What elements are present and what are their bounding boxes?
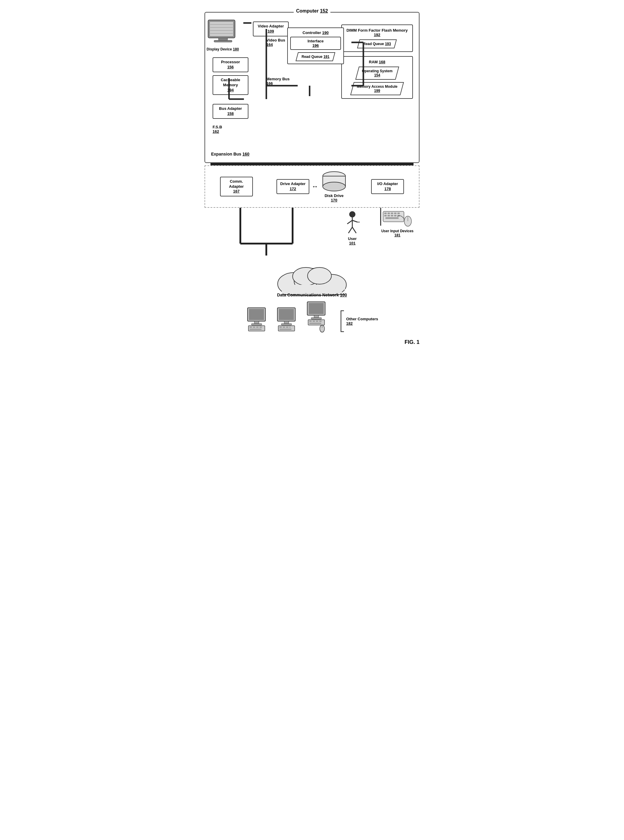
svg-rect-75 <box>286 327 289 328</box>
interface-box: Interface 196 <box>290 37 341 50</box>
other-computers-number: 182 <box>346 321 353 326</box>
cacheable-memory-number: 194 <box>227 88 234 92</box>
svg-rect-67 <box>250 329 261 330</box>
display-device: Display Device 180 <box>207 19 246 51</box>
below-adapters: User 101 <box>204 208 420 336</box>
svg-rect-62 <box>249 326 265 331</box>
svg-rect-1 <box>210 22 233 36</box>
svg-line-31 <box>347 220 352 224</box>
controller-number: 190 <box>322 31 329 35</box>
comm-adapter-label: Comm. Adapter <box>229 179 244 188</box>
user-input-label: User Input Devices <box>381 229 414 233</box>
svg-rect-63 <box>250 327 252 328</box>
svg-rect-80 <box>314 315 318 318</box>
user-input-number: 181 <box>394 233 400 237</box>
expansion-bus-number: 160 <box>242 151 249 156</box>
fig-title: FIG. 1 <box>405 339 420 345</box>
svg-rect-70 <box>284 321 289 324</box>
svg-rect-41 <box>397 213 400 214</box>
svg-point-29 <box>349 212 355 217</box>
dimm-number: 192 <box>374 32 380 37</box>
fsb-label: F.S.B 162 <box>213 125 263 134</box>
network-section: Data Communications Network 100 <box>210 264 414 297</box>
svg-rect-86 <box>319 321 321 322</box>
display-device-number: 180 <box>233 47 239 51</box>
network-label: Data Communications Network <box>277 293 339 297</box>
processor-number: 156 <box>227 65 234 69</box>
computer-icon-1 <box>246 306 270 333</box>
interface-number: 196 <box>312 43 319 48</box>
computer-number: 152 <box>320 8 328 14</box>
fig-label: FIG. 1 <box>204 339 420 345</box>
svg-rect-42 <box>384 215 387 216</box>
user-label: User <box>348 236 357 241</box>
read-queue-191-wrapper: Read Queue 191 <box>290 52 341 61</box>
svg-rect-45 <box>394 215 397 216</box>
other-computers-section: Other Computers 182 <box>210 300 414 333</box>
bidirectional-arrow: ↔ <box>312 183 318 190</box>
read-queue-193-wrapper: Read Queue 193 <box>345 39 409 48</box>
io-adapter-label: I/O Adapter <box>377 182 398 186</box>
disk-drive-icon <box>321 171 348 191</box>
computer-box: Computer 152 <box>204 12 420 163</box>
read-queue-191-box: Read Queue 191 <box>296 52 335 61</box>
processor-label: Processor <box>221 60 240 64</box>
expansion-bus-line <box>210 163 414 165</box>
svg-rect-37 <box>384 213 387 214</box>
svg-rect-76 <box>289 327 290 328</box>
svg-rect-47 <box>385 217 398 219</box>
interface-label: Interface <box>307 39 324 43</box>
svg-rect-82 <box>308 320 324 325</box>
keyboard-icon <box>383 211 412 227</box>
ram-box: RAM 168 Operating System 154 <box>341 56 413 99</box>
svg-line-34 <box>352 227 356 233</box>
io-adapter: I/O Adapter 178 <box>371 179 404 194</box>
adapters-row: Comm. Adapter 167 Drive Adapter 172 ↔ <box>204 165 420 208</box>
svg-rect-74 <box>283 327 285 328</box>
svg-rect-85 <box>316 321 318 322</box>
controller-area: Controller 190 Interface 196 <box>287 28 344 64</box>
drive-adapter-box: Drive Adapter 172 <box>276 179 309 194</box>
svg-rect-65 <box>256 327 259 328</box>
drive-adapter-disk-group: Drive Adapter 172 ↔ Disk Drive <box>276 171 348 202</box>
user-section: User 101 <box>345 211 360 246</box>
comm-adapter: Comm. Adapter 167 <box>220 177 253 197</box>
cacheable-memory-label: Cacheable Memory <box>221 77 240 87</box>
memory-bus-label: Memory Bus 166 <box>266 77 290 86</box>
svg-rect-40 <box>394 213 397 214</box>
processor-area: Processor 156 <box>213 57 263 72</box>
other-computers-label: Other Computers <box>346 317 378 321</box>
bracket-icon <box>338 309 344 333</box>
svg-rect-69 <box>279 309 294 320</box>
bus-adapter-number: 158 <box>227 111 234 116</box>
io-adapter-number: 178 <box>384 187 391 191</box>
computer-icon-3 <box>306 300 330 333</box>
svg-rect-71 <box>281 324 292 325</box>
read-queue-193-box: Read Queue 193 <box>357 39 397 48</box>
user-input-devices: User Input Devices 181 <box>381 211 414 237</box>
svg-rect-44 <box>391 215 393 216</box>
dimm-box: DIMM Form Factor Flash Memory 192 Read Q… <box>341 25 413 52</box>
page: Computer 152 <box>199 6 425 351</box>
svg-rect-43 <box>388 215 390 216</box>
drive-adapter-label: Drive Adapter <box>280 182 306 186</box>
svg-rect-2 <box>219 38 227 40</box>
cacheable-memory-area: Cacheable Memory 194 <box>213 75 263 95</box>
network-number: 100 <box>340 293 347 297</box>
svg-rect-61 <box>252 324 262 325</box>
svg-rect-72 <box>278 326 295 331</box>
drive-adapter-number: 172 <box>290 187 296 191</box>
bus-adapter-label: Bus Adapter <box>219 106 242 111</box>
svg-rect-66 <box>259 327 262 328</box>
svg-rect-77 <box>280 329 291 330</box>
svg-rect-84 <box>313 321 315 322</box>
dimm-label: DIMM Form Factor Flash Memory <box>346 28 408 32</box>
display-device-label: Display Device <box>207 47 232 51</box>
svg-rect-39 <box>391 213 393 214</box>
user-icon <box>345 211 360 235</box>
monitor-icon <box>207 19 239 45</box>
expansion-bus-area: Expansion Bus 160 <box>211 151 413 156</box>
svg-rect-87 <box>309 323 321 324</box>
svg-rect-73 <box>280 327 282 328</box>
bus-adapter-area: Bus Adapter 158 <box>213 104 263 119</box>
